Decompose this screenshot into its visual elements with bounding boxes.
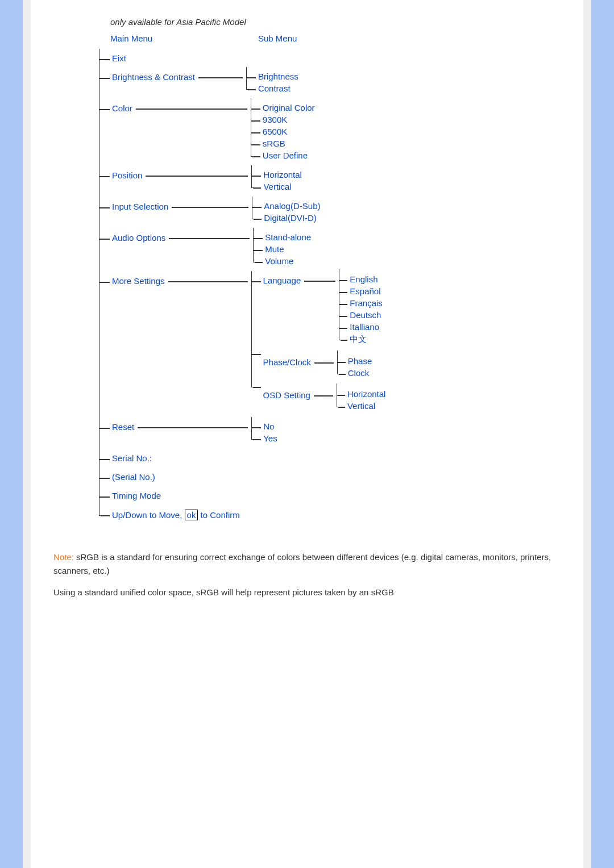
note-block: Note: sRGB is a standard for ensuring co… xyxy=(53,550,561,599)
reset-label: Reset xyxy=(112,422,134,432)
color-label: Color xyxy=(112,103,132,113)
brightness-contrast-sub: Brightness Contrast xyxy=(246,67,298,94)
lang-english: English xyxy=(339,269,383,285)
sub-phase-clock: Phase/Clock Phase Clock xyxy=(252,347,386,380)
connector xyxy=(172,207,248,208)
column-headers: Main Menu Sub Menu xyxy=(110,34,561,43)
phase-clock-sub: Phase Clock xyxy=(337,350,372,379)
note-p1: sRGB is a standard for ensuring correct … xyxy=(53,552,551,575)
connector xyxy=(314,395,333,397)
connector xyxy=(146,176,248,177)
ok-button-icon: ok xyxy=(185,510,198,520)
audio-options-sub: Stand-alone Mute Volume xyxy=(253,228,311,267)
menu-serial-no-label: Serial No.: xyxy=(99,449,561,468)
menu-hint: Up/Down to Move, ok to Confirm xyxy=(99,505,561,525)
input-selection-sub: Analog(D-Sub) Digital(DVI-D) xyxy=(252,197,320,224)
lang-chinese: 中文 xyxy=(339,333,383,346)
sub-srgb: sRGB xyxy=(251,137,315,149)
menu-color: Color Original Color 9300K 6500K sRGB Us… xyxy=(99,99,561,166)
sub-reset-yes: Yes xyxy=(252,432,277,444)
main-menu-header: Main Menu xyxy=(110,34,258,43)
lang-italiano: Italliano xyxy=(339,321,383,333)
input-selection-label: Input Selection xyxy=(112,202,168,211)
leaf-osd-vertical: Vertical xyxy=(337,400,386,412)
menu-reset: Reset No Yes xyxy=(99,418,561,449)
connector xyxy=(138,427,248,428)
menu-audio-options: Audio Options Stand-alone Mute Volume xyxy=(99,228,561,272)
serial-no-label: Serial No.: xyxy=(112,453,152,463)
menu-serial-no-value: (Serial No.) xyxy=(99,468,561,486)
sub-vertical: Vertical xyxy=(252,181,302,193)
leaf-clock: Clock xyxy=(338,367,372,379)
color-sub: Original Color 9300K 6500K sRGB User Def… xyxy=(251,98,315,161)
connector xyxy=(136,108,247,110)
menu-exit: Eixt xyxy=(99,49,561,68)
sub-language: Language English Español Français Deutsc… xyxy=(252,271,386,347)
sub-analog: Analog(D-Sub) xyxy=(252,197,320,212)
sub-9300k: 9300K xyxy=(251,114,315,126)
timing-mode-label: Timing Mode xyxy=(112,491,161,500)
language-sub: English Español Français Deutsch Itallia… xyxy=(339,269,383,346)
connector xyxy=(304,281,335,282)
sub-reset-no: No xyxy=(252,417,277,432)
header-note: only available for Asia Pacific Model xyxy=(110,17,561,27)
position-label: Position xyxy=(112,170,142,180)
lang-francais: Français xyxy=(339,297,383,309)
reset-sub: No Yes xyxy=(251,417,277,444)
more-settings-label: More Settings xyxy=(112,276,165,286)
sub-menu-header: Sub Menu xyxy=(258,34,297,43)
hint-post: to Confirm xyxy=(198,510,239,520)
position-sub: Horizontal Vertical xyxy=(251,165,302,193)
lang-espanol: Español xyxy=(339,285,383,297)
menu-position: Position Horizontal Vertical xyxy=(99,166,561,197)
note-p2: Using a standard unified color space, sR… xyxy=(53,586,561,599)
connector xyxy=(314,362,334,364)
menu-input-selection: Input Selection Analog(D-Sub) Digital(DV… xyxy=(99,197,561,228)
sub-osd-setting: OSD Setting Horizontal Vertical xyxy=(252,380,386,413)
navigation-hint: Up/Down to Move, ok to Confirm xyxy=(112,510,240,520)
leaf-osd-horizontal: Horizontal xyxy=(337,383,386,400)
sub-brightness: Brightness xyxy=(247,67,298,82)
sub-mute: Mute xyxy=(254,243,311,255)
osd-setting-sub: Horizontal Vertical xyxy=(337,383,386,412)
osd-setting-label: OSD Setting xyxy=(263,390,310,400)
sub-horizontal: Horizontal xyxy=(252,165,302,181)
exit-label: Eixt xyxy=(112,53,126,63)
sub-original-color: Original Color xyxy=(251,98,315,114)
connector xyxy=(168,281,248,282)
language-label: Language xyxy=(263,276,301,285)
sub-contrast: Contrast xyxy=(247,82,298,94)
sub-6500k: 6500K xyxy=(251,126,315,137)
osd-menu-tree: Eixt Brightness & Contrast Brightness Co… xyxy=(88,49,561,525)
audio-options-label: Audio Options xyxy=(112,233,165,243)
connector xyxy=(198,77,243,78)
sub-volume: Volume xyxy=(254,255,311,267)
menu-timing-mode: Timing Mode xyxy=(99,486,561,505)
more-settings-sub: Language English Español Français Deutsc… xyxy=(251,271,386,413)
hint-pre: Up/Down to Move, xyxy=(112,510,185,520)
serial-no-value: (Serial No.) xyxy=(112,472,155,482)
phase-clock-label: Phase/Clock xyxy=(263,357,311,367)
sub-standalone: Stand-alone xyxy=(254,228,311,243)
menu-brightness-contrast: Brightness & Contrast Brightness Contras… xyxy=(99,68,561,99)
connector xyxy=(169,238,250,239)
leaf-phase: Phase xyxy=(338,350,372,367)
sub-digital: Digital(DVI-D) xyxy=(252,212,320,224)
sub-user-define: User Define xyxy=(251,149,315,161)
note-lead: Note: xyxy=(53,552,74,562)
menu-more-settings: More Settings Language English Español F… xyxy=(99,272,561,418)
lang-deutsch: Deutsch xyxy=(339,309,383,321)
brightness-contrast-label: Brightness & Contrast xyxy=(112,72,195,82)
